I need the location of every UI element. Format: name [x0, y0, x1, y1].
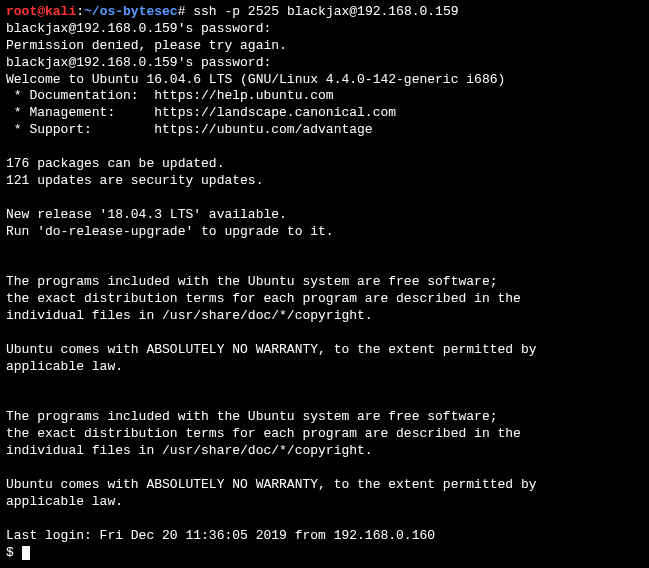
packages-update: 176 packages can be updated. [6, 156, 643, 173]
password-prompt-1: blackjax@192.168.0.159's password: [6, 21, 643, 38]
programs-notice-1: The programs included with the Ubuntu sy… [6, 274, 643, 291]
blank-line [6, 392, 643, 409]
prompt-sep: : [76, 4, 84, 21]
programs-notice-2: the exact distribution terms for each pr… [6, 291, 643, 308]
documentation-link: * Documentation: https://help.ubuntu.com [6, 88, 643, 105]
warranty-notice-repeat-2: applicable law. [6, 494, 643, 511]
ssh-command: ssh -p 2525 blackjax@192.168.0.159 [193, 4, 458, 21]
password-prompt-2: blackjax@192.168.0.159's password: [6, 55, 643, 72]
blank-line [6, 460, 643, 477]
blank-line [6, 190, 643, 207]
warranty-notice-1: Ubuntu comes with ABSOLUTELY NO WARRANTY… [6, 342, 643, 359]
permission-denied: Permission denied, please try again. [6, 38, 643, 55]
management-link: * Management: https://landscape.canonica… [6, 105, 643, 122]
blank-line [6, 139, 643, 156]
warranty-notice-2: applicable law. [6, 359, 643, 376]
prompt-path: ~/os-bytesec [84, 4, 178, 21]
blank-line [6, 240, 643, 257]
prompt-line: root@kali:~/os-bytesec# ssh -p 2525 blac… [6, 4, 643, 21]
terminal-output[interactable]: root@kali:~/os-bytesec# ssh -p 2525 blac… [6, 4, 643, 561]
programs-notice-repeat-2: the exact distribution terms for each pr… [6, 426, 643, 443]
blank-line [6, 511, 643, 528]
new-release: New release '18.04.3 LTS' available. [6, 207, 643, 224]
prompt-hash: # [178, 4, 194, 21]
support-link: * Support: https://ubuntu.com/advantage [6, 122, 643, 139]
do-release-upgrade: Run 'do-release-upgrade' to upgrade to i… [6, 224, 643, 241]
prompt-user: root@kali [6, 4, 76, 21]
dollar-prompt: $ [6, 545, 22, 560]
programs-notice-repeat-1: The programs included with the Ubuntu sy… [6, 409, 643, 426]
blank-line [6, 257, 643, 274]
shell-prompt[interactable]: $ [6, 545, 643, 562]
programs-notice-3: individual files in /usr/share/doc/*/cop… [6, 308, 643, 325]
last-login: Last login: Fri Dec 20 11:36:05 2019 fro… [6, 528, 643, 545]
warranty-notice-repeat-1: Ubuntu comes with ABSOLUTELY NO WARRANTY… [6, 477, 643, 494]
programs-notice-repeat-3: individual files in /usr/share/doc/*/cop… [6, 443, 643, 460]
welcome-banner: Welcome to Ubuntu 16.04.6 LTS (GNU/Linux… [6, 72, 643, 89]
security-updates: 121 updates are security updates. [6, 173, 643, 190]
cursor-icon [22, 546, 30, 560]
blank-line [6, 325, 643, 342]
blank-line [6, 376, 643, 393]
